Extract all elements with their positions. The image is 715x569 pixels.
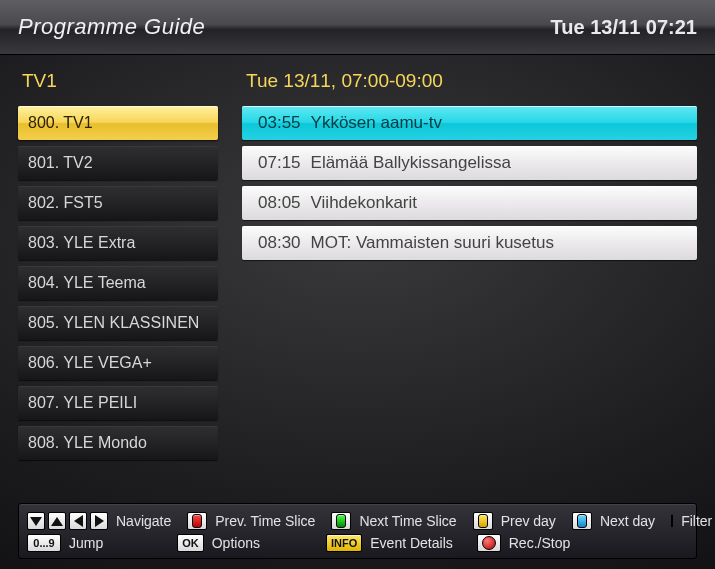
- programme-time: 08:05: [258, 193, 301, 213]
- clock: Tue 13/11 07:21: [551, 16, 697, 39]
- channel-column: TV1 800. TV1801. TV2802. FST5803. YLE Ex…: [18, 70, 218, 499]
- programme-item[interactable]: 08:05Viihdekonkarit: [242, 186, 697, 220]
- channel-item[interactable]: 802. FST5: [18, 186, 218, 220]
- hint-rec-stop-label: Rec./Stop: [509, 535, 570, 551]
- programme-item[interactable]: 03:55Ykkösen aamu-tv: [242, 106, 697, 140]
- yellow-key-icon: [473, 512, 493, 530]
- programme-title: MOT: Vammaisten suuri kusetus: [311, 233, 554, 253]
- channel-item[interactable]: 800. TV1: [18, 106, 218, 140]
- hint-event-details: Event Details: [370, 535, 452, 551]
- timeslot-header: Tue 13/11, 07:00-09:00: [246, 70, 697, 92]
- hint-prev-day-label: Prev day: [501, 513, 556, 529]
- ok-key-icon: OK: [177, 534, 204, 552]
- programme-title: Elämää Ballykissangelissa: [311, 153, 511, 173]
- hint-navigate: Navigate: [116, 513, 171, 529]
- blue-key-icon: [572, 512, 592, 530]
- epg-screen: Programme Guide Tue 13/11 07:21 TV1 800.…: [0, 0, 715, 569]
- hint-next-slice-label: Next Time Slice: [359, 513, 456, 529]
- channel-item[interactable]: 803. YLE Extra: [18, 226, 218, 260]
- hint-filter: Filter: [681, 513, 712, 529]
- hint-filter-label: Filter: [681, 513, 712, 529]
- programme-time: 07:15: [258, 153, 301, 173]
- header-bar: Programme Guide Tue 13/11 07:21: [0, 0, 715, 54]
- programme-column: Tue 13/11, 07:00-09:00 03:55Ykkösen aamu…: [242, 70, 697, 499]
- red-key-icon: [187, 512, 207, 530]
- channel-item[interactable]: 805. YLEN KLASSINEN: [18, 306, 218, 340]
- channel-item[interactable]: 804. YLE Teema: [18, 266, 218, 300]
- programme-list[interactable]: 03:55Ykkösen aamu-tv07:15Elämää Ballykis…: [242, 106, 697, 260]
- info-key-icon: INFO: [326, 534, 362, 552]
- programme-title: Viihdekonkarit: [311, 193, 417, 213]
- channel-list[interactable]: 800. TV1801. TV2802. FST5803. YLE Extra8…: [18, 106, 218, 460]
- hint-next-slice: Next Time Slice: [359, 513, 456, 529]
- hint-options-label: Options: [212, 535, 260, 551]
- content-area: TV1 800. TV1801. TV2802. FST5803. YLE Ex…: [18, 70, 697, 499]
- footer-row-2: 0...9 Jump OK Options INFO Event Details…: [27, 534, 688, 552]
- programme-item[interactable]: 08:30MOT: Vammaisten suuri kusetus: [242, 226, 697, 260]
- record-key-icon: [477, 534, 501, 552]
- programme-item[interactable]: 07:15Elämää Ballykissangelissa: [242, 146, 697, 180]
- page-title: Programme Guide: [18, 14, 205, 40]
- numeric-key-icon: 0...9: [27, 534, 61, 552]
- hint-event-details-label: Event Details: [370, 535, 452, 551]
- hint-rec-stop: Rec./Stop: [509, 535, 570, 551]
- channel-item[interactable]: 806. YLE VEGA+: [18, 346, 218, 380]
- programme-title: Ykkösen aamu-tv: [311, 113, 442, 133]
- programme-time: 08:30: [258, 233, 301, 253]
- hint-prev-slice-label: Prev. Time Slice: [215, 513, 315, 529]
- footer-hints: Navigate Prev. Time Slice Next Time Slic…: [18, 503, 697, 559]
- hint-next-day-label: Next day: [600, 513, 655, 529]
- hint-next-day: Next day: [600, 513, 655, 529]
- hint-prev-day: Prev day: [501, 513, 556, 529]
- hint-jump: Jump: [69, 535, 103, 551]
- hint-options: Options: [212, 535, 260, 551]
- footer-row-1: Navigate Prev. Time Slice Next Time Slic…: [27, 512, 688, 530]
- channel-item[interactable]: 807. YLE PEILI: [18, 386, 218, 420]
- hint-jump-label: Jump: [69, 535, 103, 551]
- navigate-keys-icon: [27, 512, 108, 530]
- programme-time: 03:55: [258, 113, 301, 133]
- channel-item[interactable]: 801. TV2: [18, 146, 218, 180]
- hint-navigate-label: Navigate: [116, 513, 171, 529]
- filter-icon: [671, 514, 673, 528]
- channel-item[interactable]: 808. YLE Mondo: [18, 426, 218, 460]
- channel-column-header: TV1: [22, 70, 218, 92]
- green-key-icon: [331, 512, 351, 530]
- hint-prev-slice: Prev. Time Slice: [215, 513, 315, 529]
